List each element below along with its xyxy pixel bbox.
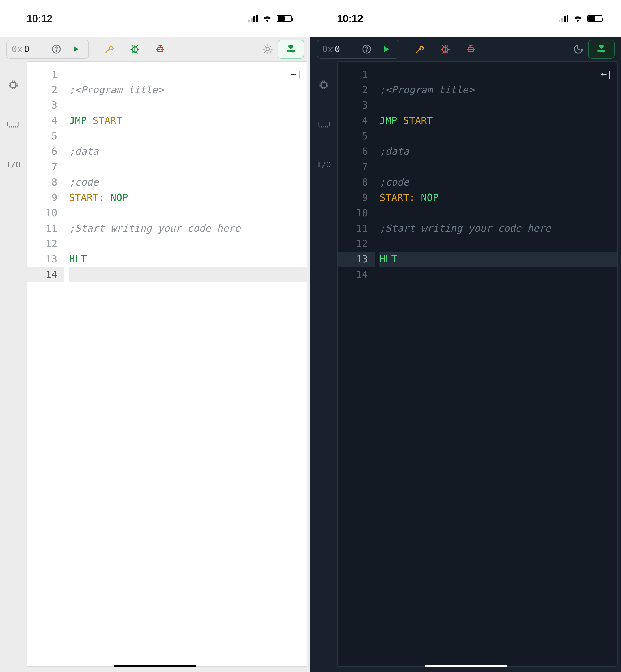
wifi-icon xyxy=(573,15,583,22)
line-number: 12 xyxy=(27,236,64,252)
line-number: 12 xyxy=(338,236,375,252)
cellular-signal-icon xyxy=(248,15,258,22)
debug-button[interactable] xyxy=(436,40,455,59)
home-indicator[interactable] xyxy=(114,665,196,667)
line-gutter: 1234567891011121314 xyxy=(338,61,375,666)
code-line: ;code xyxy=(69,175,307,190)
toolbar: 0x xyxy=(0,37,310,61)
donate-button[interactable] xyxy=(278,40,304,59)
editor: ←| 1234567891011121314 ;<Program title>J… xyxy=(337,61,618,667)
theme-toggle-button[interactable] xyxy=(258,40,278,59)
toolbar-middle xyxy=(410,40,481,59)
code-line xyxy=(379,267,617,282)
wifi-icon xyxy=(262,15,272,22)
line-number: 2 xyxy=(27,82,64,98)
line-number: 8 xyxy=(27,175,64,190)
address-prefix: 0x xyxy=(322,44,333,54)
memory-tab[interactable] xyxy=(316,117,332,133)
code-line xyxy=(379,98,617,113)
code-line xyxy=(379,67,617,82)
line-number: 13 xyxy=(27,252,64,267)
token-comment: ;code xyxy=(379,176,409,188)
run-button[interactable] xyxy=(377,40,396,59)
svg-point-4 xyxy=(159,49,160,50)
line-number: 11 xyxy=(27,221,64,236)
heart-hand-icon xyxy=(595,43,607,55)
code-area[interactable]: ;<Program title>JMP START;data;codeSTART… xyxy=(64,61,307,666)
line-number: 11 xyxy=(338,221,375,236)
address-group: 0x xyxy=(317,40,400,59)
svg-rect-7 xyxy=(11,83,16,87)
address-input[interactable] xyxy=(333,44,357,54)
svg-point-5 xyxy=(161,49,162,50)
compile-button[interactable] xyxy=(151,40,170,59)
help-icon xyxy=(362,44,372,54)
status-icons xyxy=(558,15,603,22)
io-tab[interactable]: I/O xyxy=(316,157,332,172)
heart-hand-icon xyxy=(285,43,297,55)
code-line xyxy=(379,236,617,252)
line-number: 1 xyxy=(338,67,375,82)
moon-icon xyxy=(573,44,584,54)
token-keyword: HLT xyxy=(379,253,397,265)
line-number: 4 xyxy=(27,113,64,128)
line-number: 2 xyxy=(338,82,375,98)
token-keyword: JMP xyxy=(69,115,93,126)
donate-button[interactable] xyxy=(588,40,615,59)
dark-pane: 10:12 0x xyxy=(310,0,621,672)
robot-icon xyxy=(465,44,476,54)
side-rail: I/O xyxy=(310,61,337,672)
code-line: ;<Program title> xyxy=(69,82,307,98)
compile-button[interactable] xyxy=(461,40,481,59)
token-ident: START xyxy=(403,115,432,126)
status-icons xyxy=(248,15,292,22)
line-number: 10 xyxy=(27,205,64,221)
code-line xyxy=(69,98,307,113)
line-number: 5 xyxy=(338,128,375,144)
token-comment: ;data xyxy=(379,146,409,157)
code-line: HLT xyxy=(69,252,307,267)
token-keyword: JMP xyxy=(379,115,403,126)
address-input[interactable] xyxy=(23,44,46,54)
tools-button[interactable] xyxy=(99,40,119,59)
help-button[interactable] xyxy=(357,40,377,59)
cpu-tab[interactable] xyxy=(316,77,332,93)
memory-tab[interactable] xyxy=(5,117,21,133)
editor: ←| 1234567891011121314 ;<Program title>J… xyxy=(27,61,307,667)
run-button[interactable] xyxy=(66,40,86,59)
home-indicator[interactable] xyxy=(425,665,507,667)
help-button[interactable] xyxy=(46,40,66,59)
status-bar: 10:12 xyxy=(310,0,621,37)
memory-icon xyxy=(318,121,330,129)
cpu-tab[interactable] xyxy=(5,77,21,93)
robot-icon xyxy=(155,44,166,54)
io-label: I/O xyxy=(317,160,331,169)
cpu-icon xyxy=(7,79,19,91)
code-line xyxy=(69,128,307,144)
status-bar: 10:12 xyxy=(0,0,310,37)
theme-toggle-button[interactable] xyxy=(569,40,588,59)
tools-button[interactable] xyxy=(410,40,430,59)
address-prefix: 0x xyxy=(12,44,23,54)
code-line xyxy=(69,67,307,82)
code-area[interactable]: ;<Program title>JMP START;data;codeSTART… xyxy=(375,61,617,666)
token-keyword: HLT xyxy=(69,253,87,265)
line-number: 4 xyxy=(338,113,375,128)
content-row: I/O ←| 1234567891011121314 ;<Program tit… xyxy=(310,61,621,672)
token-keyword: NOP xyxy=(421,192,439,203)
debug-button[interactable] xyxy=(125,40,144,59)
io-tab[interactable]: I/O xyxy=(5,157,21,172)
svg-point-6 xyxy=(266,47,270,51)
code-line xyxy=(69,159,307,175)
code-line: START: NOP xyxy=(379,190,617,205)
memory-icon xyxy=(7,121,19,129)
line-number: 6 xyxy=(27,144,64,159)
token-ident: START: xyxy=(379,192,421,203)
status-time: 10:12 xyxy=(27,13,52,25)
line-number: 9 xyxy=(338,190,375,205)
play-icon xyxy=(72,45,80,53)
line-number: 13 xyxy=(338,252,375,267)
svg-point-1 xyxy=(56,51,56,51)
line-number: 7 xyxy=(338,159,375,175)
line-gutter: 1234567891011121314 xyxy=(27,61,64,666)
